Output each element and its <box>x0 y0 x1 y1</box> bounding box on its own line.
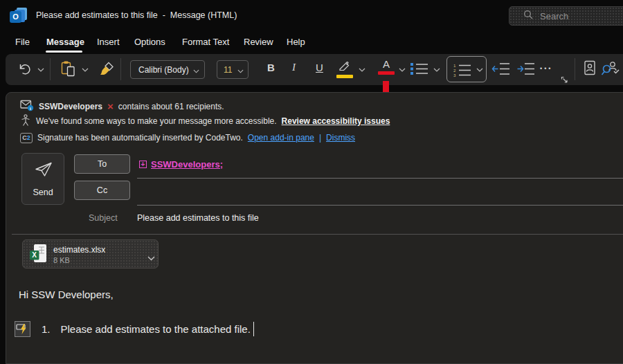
attachment-filename: estimates.xlsx <box>53 245 105 255</box>
subject-field[interactable]: Please add estimates to this file <box>137 213 259 223</box>
body-greeting: Hi SSW Developers, <box>19 289 114 300</box>
address-book-icon[interactable] <box>583 60 596 79</box>
dismiss-link[interactable]: Dismiss <box>326 133 355 143</box>
send-plane-icon <box>33 161 54 181</box>
paste-dropdown-chevron-icon[interactable] <box>82 68 89 72</box>
ribbon-separator <box>120 58 121 80</box>
dialog-launcher-icon[interactable] <box>561 74 568 87</box>
message-pane: i SSWDevelopers × contains about 61 reci… <box>6 92 623 364</box>
body-list-item[interactable]: 1. Please add estimates to the attached … <box>15 321 254 337</box>
expand-group-icon[interactable]: + <box>139 161 147 168</box>
ribbon-separator <box>50 58 51 80</box>
tab-options[interactable]: Options <box>134 31 165 53</box>
send-label: Send <box>22 188 64 197</box>
font-name-value: Calibri (Body) <box>138 65 189 75</box>
codetwo-2: 2 <box>27 134 30 141</box>
subject-label: Subject <box>89 213 118 223</box>
check-names-icon[interactable] <box>601 61 622 79</box>
undo-dropdown-chevron-icon[interactable] <box>37 68 44 72</box>
more-options-button[interactable]: ••• <box>540 65 552 72</box>
italic-button[interactable]: I <box>292 62 296 73</box>
format-painter-icon[interactable] <box>99 62 116 80</box>
cc-field-divider <box>137 205 623 206</box>
codetwo-icon: C2 <box>20 133 33 143</box>
list-number: 1. <box>42 323 51 335</box>
bold-button[interactable]: B <box>267 62 275 73</box>
undo-button[interactable] <box>17 62 33 79</box>
svg-text:1: 1 <box>453 63 456 68</box>
font-color-chevron-icon[interactable] <box>399 68 406 72</box>
link-separator: | <box>319 133 321 143</box>
search-input[interactable]: Search <box>509 6 623 26</box>
attachment-filesize: 8 KB <box>53 256 70 264</box>
open-addin-pane-link[interactable]: Open add-in pane <box>248 133 314 143</box>
send-button[interactable]: Send <box>21 153 64 205</box>
excel-file-icon: X <box>29 244 48 268</box>
font-size-value: 11 <box>224 65 232 75</box>
font-color-button[interactable]: A <box>378 58 395 75</box>
accessibility-icon <box>20 114 31 129</box>
recipient-count-notice: i SSWDevelopers × contains about 61 reci… <box>20 100 224 113</box>
to-field-divider <box>137 178 623 179</box>
search-placeholder: Search <box>540 11 568 21</box>
accessibility-notice: We've found some ways to make your messa… <box>20 115 390 127</box>
bullets-chevron-icon[interactable] <box>433 68 440 72</box>
paste-button[interactable] <box>61 60 75 80</box>
font-size-chevron-icon <box>237 64 244 76</box>
to-button[interactable]: To <box>74 154 130 174</box>
numbered-list-button-selected[interactable]: 1 2 3 <box>446 56 487 82</box>
recipient-count-text: contains about 61 recipients. <box>118 102 224 111</box>
svg-text:i: i <box>30 106 31 111</box>
recipient-group-name: SSWDevelopers <box>39 102 102 111</box>
font-name-chevron-icon <box>193 64 199 76</box>
signature-notice: C2 Signature has been automatically inse… <box>20 131 355 144</box>
remove-recipient-icon[interactable]: × <box>107 102 114 111</box>
font-color-letter: A <box>383 58 390 70</box>
cc-button[interactable]: Cc <box>74 181 130 200</box>
distribution-list-icon: i <box>20 100 34 113</box>
active-tab-underline <box>46 51 82 53</box>
font-color-bar <box>378 71 395 75</box>
bullets-button[interactable] <box>410 62 429 78</box>
highlight-chevron-icon[interactable] <box>359 68 365 72</box>
list-text: Please add estimates to the attached fil… <box>61 323 251 335</box>
tab-insert[interactable]: Insert <box>97 31 120 53</box>
search-icon <box>523 10 533 22</box>
outlook-app-icon: O <box>10 8 29 24</box>
increase-indent-button[interactable] <box>516 62 536 78</box>
font-name-select[interactable]: Calibri (Body) <box>130 60 205 79</box>
numbered-list-icon: 1 2 3 <box>453 63 472 80</box>
to-field[interactable]: + SSWDevelopers; <box>139 159 223 170</box>
svg-text:X: X <box>32 251 37 259</box>
tab-format-text[interactable]: Format Text <box>182 31 229 53</box>
ribbon-separator <box>575 58 575 80</box>
svg-text:3: 3 <box>453 73 456 77</box>
recipient-chip[interactable]: SSWDevelopers; <box>151 159 223 170</box>
attachment-card[interactable]: X estimates.xlsx 8 KB <box>22 239 159 269</box>
decrease-indent-button[interactable] <box>491 62 511 78</box>
outlook-compose-window: O Please add estimates to this file - Me… <box>0 0 623 364</box>
subject-divider <box>12 234 623 235</box>
ribbon-toolbar: Calibri (Body) 11 B I U A <box>6 54 623 85</box>
cc-label: Cc <box>97 185 107 195</box>
red-marker-artifact <box>383 81 389 92</box>
review-accessibility-link[interactable]: Review accessibility issues <box>282 116 390 126</box>
accessibility-text: We've found some ways to make your messa… <box>36 116 277 126</box>
attachment-chevron-icon[interactable] <box>147 251 155 264</box>
highlight-color-button[interactable] <box>336 59 353 78</box>
title-bar: O Please add estimates to this file - Me… <box>0 0 623 31</box>
autocorrect-options-icon[interactable] <box>15 321 30 337</box>
font-size-select[interactable]: 11 <box>217 60 249 79</box>
to-label: To <box>98 159 107 169</box>
underline-button[interactable]: U <box>316 62 323 73</box>
text-cursor <box>253 322 255 336</box>
svg-text:2: 2 <box>453 68 456 73</box>
tab-file[interactable]: File <box>15 31 30 53</box>
signature-text: Signature has been automatically inserte… <box>37 133 243 143</box>
highlight-color-bar <box>336 75 353 78</box>
tab-review[interactable]: Review <box>244 31 273 53</box>
numbered-list-chevron-icon[interactable] <box>476 68 483 72</box>
window-title: Please add estimates to this file - Mess… <box>36 0 237 31</box>
tab-help[interactable]: Help <box>287 31 305 53</box>
